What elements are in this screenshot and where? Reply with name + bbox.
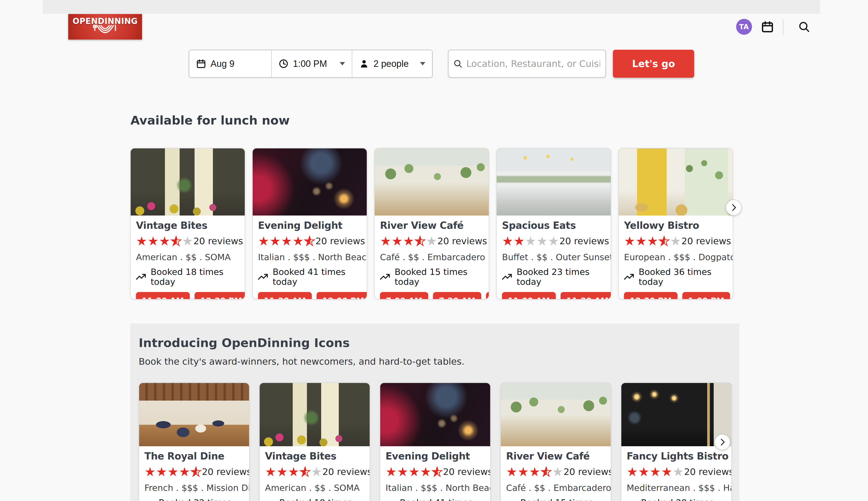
time-slot-button[interactable]: 11:30 AM [258,292,312,299]
star-full-icon: ★ [506,466,518,478]
star-full-icon: ★ [136,235,147,247]
time-slot-button[interactable]: 11:30 AM [561,292,611,299]
date-value: Aug 9 [210,58,234,69]
clock-icon [278,58,289,69]
header-search-button[interactable] [798,21,810,33]
restaurant-card[interactable]: Evening Delight ★★★★★★ 20 reviews Italia… [252,148,367,299]
restaurant-card[interactable]: Vintage Bites ★★★★★★ 20 reviews American… [259,383,370,501]
restaurant-photo [621,383,731,446]
time-slot-button[interactable]: 8:00 AM [486,292,489,299]
time-slot-button[interactable]: 11:00 AM [502,292,556,299]
search-field [448,50,606,78]
restaurant-card[interactable]: River View Café ★★★★★★ 20 reviews Café .… [500,383,611,501]
trending-up-icon [258,272,268,281]
star-empty-icon: ★ [537,235,548,247]
cuisine-price-location: Café . $$ . Embarcadero [506,483,605,493]
cuisine-price-location: European . $$$ . Dogpatch [624,252,727,262]
chevron-down-icon [340,62,345,65]
star-half-icon: ★★ [541,466,552,478]
star-full-icon: ★ [636,235,647,247]
time-slot-button[interactable]: 12:30 PM [195,292,245,299]
booked-count: Booked 32 times today [159,498,244,501]
party-size-picker[interactable]: 2 people [352,50,432,77]
restaurant-photo [380,383,490,446]
star-half-icon: ★★ [171,235,182,247]
star-rating: ★★★★★★ [265,466,322,478]
icons-panel: Introducing OpenDinning Icons Book the c… [130,323,739,501]
restaurant-card-body: Spacious Eats ★★★★★ 20 reviews Buffet . … [497,215,611,299]
lets-go-button[interactable]: Let's go [613,50,694,78]
review-count: 20 reviews [437,236,487,246]
star-empty-icon: ★ [525,235,537,247]
icons-carousel: The Royal Dine ★★★★★★ 20 reviews French … [139,383,732,501]
cuisine-price-location: Mediterranean . $$$ . Hayes Valley [627,483,726,493]
star-full-icon: ★ [147,235,159,247]
star-empty-icon: ★ [552,466,564,478]
restaurant-card[interactable]: The Royal Dine ★★★★★★ 20 reviews French … [139,383,250,501]
time-slot-button[interactable]: 12:30 PM [624,292,678,299]
star-full-icon: ★ [144,466,156,478]
booked-row: Booked 15 times today [380,267,483,287]
time-picker[interactable]: 1:00 PM [271,50,352,77]
star-full-icon: ★ [380,235,392,247]
restaurant-card-body: Vintage Bites ★★★★★★ 20 reviews American… [131,215,245,299]
star-full-icon: ★ [502,235,514,247]
star-half-icon: ★★ [658,235,670,247]
star-empty-icon: ★ [426,235,438,247]
booked-count: Booked 36 times today [639,267,727,287]
cuisine-price-location: Buffet . $$ . Outer Sunset [502,252,605,262]
booked-row: Booked 41 times today [386,498,485,501]
star-full-icon: ★ [392,235,403,247]
star-full-icon: ★ [420,466,431,478]
carousel-next-button[interactable] [726,200,741,215]
date-picker[interactable]: Aug 9 [189,50,271,77]
star-full-icon: ★ [293,235,304,247]
restaurant-photo [497,148,611,215]
booked-row: Booked 32 times today [144,498,244,501]
trending-up-icon [624,272,634,281]
star-full-icon: ★ [270,235,281,247]
time-slot-button[interactable]: 12:00 PM [317,292,367,299]
carousel-next-button[interactable] [714,434,730,450]
restaurant-name: River View Café [506,450,605,462]
time-slots: 11:30 AM12:30 PM1:30 PM [136,292,239,299]
time-slots: 7:00 AM7:30 AM8:00 AM [380,292,483,299]
review-count: 20 reviews [681,236,731,246]
restaurant-name: Yellowy Bistro [624,220,727,231]
opendinning-logo[interactable]: OPENDINNING [68,14,142,40]
time-slot-button[interactable]: 7:30 AM [433,292,481,299]
booked-count: Booked 18 times today [151,267,239,287]
booked-count: Booked 28 times today [641,498,726,501]
restaurant-card-body: Evening Delight ★★★★★★ 20 reviews Italia… [380,446,490,501]
star-empty-icon: ★ [182,235,194,247]
reservations-calendar-button[interactable] [761,20,774,34]
time-slots: 11:00 AM11:30 AM12:30 PM [502,292,605,299]
restaurant-card-body: Fancy Lights Bistro ★★★★★ 20 reviews Med… [621,446,731,501]
star-full-icon: ★ [276,466,288,478]
time-slot-button[interactable]: 7:00 AM [380,292,428,299]
star-full-icon: ★ [386,466,397,478]
search-input[interactable] [466,58,601,69]
time-slot-button[interactable]: 11:30 AM [136,292,190,299]
restaurant-card[interactable]: River View Café ★★★★★★ 20 reviews Café .… [374,148,489,299]
lunch-section-title: Available for lunch now [130,114,290,127]
search-icon [798,21,810,33]
star-half-icon: ★★ [415,235,426,247]
lunch-carousel: Vintage Bites ★★★★★★ 20 reviews American… [130,148,733,299]
user-avatar[interactable]: TA [736,19,752,35]
rating-row: ★★★★★★ 20 reviews [144,466,244,478]
restaurant-card-body: The Royal Dine ★★★★★★ 20 reviews French … [139,446,249,501]
booked-row: Booked 15 times today [506,498,605,501]
time-slot-button[interactable]: 1:00 PM [682,292,730,299]
chevron-right-icon [718,438,727,446]
star-full-icon: ★ [159,235,171,247]
star-full-icon: ★ [638,466,650,478]
star-full-icon: ★ [288,466,299,478]
restaurant-card[interactable]: Vintage Bites ★★★★★★ 20 reviews American… [130,148,245,299]
restaurant-card[interactable]: Spacious Eats ★★★★★ 20 reviews Buffet . … [496,148,611,299]
star-full-icon: ★ [661,466,673,478]
booked-count: Booked 23 times today [517,267,605,287]
restaurant-name: Spacious Eats [502,220,605,231]
restaurant-card[interactable]: Yellowy Bistro ★★★★★★ 20 reviews Europea… [618,148,733,299]
restaurant-card[interactable]: Evening Delight ★★★★★★ 20 reviews Italia… [380,383,491,501]
